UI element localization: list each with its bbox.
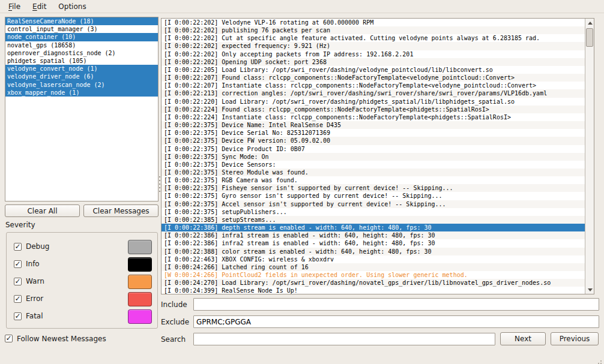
log-row[interactable]: [I 0:00:22:375] Device Serial No: 825312… [162, 129, 585, 137]
arrow-down-icon [588, 288, 593, 291]
log-row[interactable]: [I 0:00:22:202] expected frequency: 9.92… [162, 42, 585, 50]
include-label: Include [161, 300, 187, 309]
log-row[interactable]: [I 0:00:22:375] Gyro sensor isn't suppor… [162, 192, 585, 200]
log-row[interactable]: [W 0:00:24:266] PointCloud2 fields in un… [162, 271, 585, 279]
log-row[interactable]: [I 0:00:24:266] Latched ring count of 16 [162, 263, 585, 271]
node-list-item[interactable]: openrover_diagnostics_node (2) [5, 49, 158, 57]
check-icon: ✓ [14, 243, 20, 250]
log-row[interactable]: [I 0:00:22:386] infra1 stream is enabled… [162, 231, 585, 239]
scroll-up-button[interactable] [585, 19, 594, 27]
log-row[interactable]: [I 0:00:22:375] Accel sensor isn't suppo… [162, 200, 585, 208]
exclude-input[interactable] [193, 315, 599, 328]
severity-group: ✓Debug✓Info✓Warn✓Error✓Fatal [6, 232, 158, 329]
search-input[interactable] [193, 333, 495, 345]
log-scrollbar[interactable] [585, 19, 594, 294]
log-row[interactable]: [I 0:00:22:375] Stereo Module was found. [162, 169, 585, 176]
debug-checkbox[interactable]: ✓ [14, 243, 22, 251]
check-icon: ✓ [14, 260, 20, 267]
clear-messages-button[interactable]: Clear Messages [83, 204, 159, 217]
node-list-item[interactable]: xbox_mapper_node (1) [5, 89, 158, 97]
severity-row-debug: ✓Debug [7, 240, 157, 254]
check-icon: ✓ [14, 312, 20, 320]
error-checkbox[interactable]: ✓ [14, 295, 22, 303]
log-row[interactable]: [I 0:00:22:202] publishing 76 packets pe… [162, 26, 585, 34]
follow-newest-checkbox[interactable]: ✓ [5, 335, 13, 342]
node-list-item[interactable]: velodyne_driver_node (6) [5, 73, 158, 80]
log-row[interactable]: [I 0:00:22:202] Only accepting packets f… [162, 50, 585, 58]
info-checkbox[interactable]: ✓ [14, 260, 22, 268]
node-list-item[interactable]: novatel_gps (18658) [5, 41, 158, 49]
previous-button[interactable]: Previous [551, 332, 599, 345]
menu-file[interactable]: File [2, 1, 26, 13]
severity-label: Severity [5, 221, 35, 229]
log-row[interactable]: [I 0:00:22:375] setupPublishers... [162, 208, 585, 216]
splitter-handle[interactable] [159, 176, 160, 178]
severity-row-error: ✓Error [7, 292, 157, 306]
info-color-swatch[interactable] [128, 257, 152, 272]
log-row[interactable]: [I 0:00:22:202] Velodyne VLP-16 rotating… [162, 19, 585, 26]
log-row[interactable]: [I 0:00:22:213] correction angles: /opt/… [162, 89, 585, 97]
fatal-label: Fatal [26, 312, 43, 320]
log-row[interactable]: [I 0:00:22:224] Found class: rclcpp_comp… [162, 106, 585, 113]
node-list-item[interactable]: node_container (10) [5, 33, 158, 41]
log-row[interactable]: [I 0:00:24:270] Load Library: /opt/swri_… [162, 279, 585, 287]
check-icon: ✓ [14, 278, 20, 285]
log-row[interactable]: [I 0:00:22:388] color stream is enabled … [162, 248, 585, 255]
debug-label: Debug [26, 242, 49, 251]
menu-edit[interactable]: Edit [26, 1, 52, 13]
log-row[interactable]: [I 0:00:22:375] Sync Mode: On [162, 153, 585, 161]
follow-newest-label: Follow Newest Messages [17, 335, 106, 343]
log-row[interactable]: [I 0:00:22:386] depth stream is enabled … [162, 224, 585, 231]
log-row[interactable]: [I 0:00:22:375] Device FW version: 05.09… [162, 137, 585, 145]
log-row[interactable]: [I 0:00:22:207] Found class: rclcpp_comp… [162, 74, 585, 82]
severity-row-fatal: ✓Fatal [7, 309, 157, 324]
log-row[interactable]: [I 0:00:22:375] Fisheye sensor isn't sup… [162, 184, 585, 192]
log-row[interactable]: [I 0:00:22:375] RGB Camera was found. [162, 176, 585, 184]
log-row[interactable]: [I 0:00:22:220] Load Library: /opt/swri_… [162, 98, 585, 106]
log-row[interactable]: [I 0:00:22:385] setupStreams... [162, 216, 585, 224]
severity-row-info: ✓Info [7, 257, 157, 272]
debug-color-swatch[interactable] [128, 240, 152, 254]
node-list[interactable]: RealSenseCameraNode (18)control_input_ma… [5, 17, 159, 201]
node-list-item[interactable]: phidgets_spatial (105) [5, 57, 158, 65]
log-row[interactable]: [I 0:00:24:399] RealSense Node Is Up! [162, 287, 585, 294]
warn-checkbox[interactable]: ✓ [14, 278, 22, 285]
fatal-color-swatch[interactable] [128, 309, 152, 324]
log-row[interactable]: [I 0:00:22:202] Opening UDP socket: port… [162, 58, 585, 66]
log-row[interactable]: [I 0:00:22:207] Instantiate class: rclcp… [162, 82, 585, 89]
menu-options[interactable]: Options [52, 1, 92, 13]
fatal-checkbox[interactable]: ✓ [14, 312, 22, 320]
next-button[interactable]: Next [500, 332, 546, 345]
exclude-label: Exclude [161, 318, 189, 326]
node-list-item[interactable]: control_input_manager (3) [5, 25, 158, 33]
log-row[interactable]: [I 0:00:22:463] XBOX CONFIG: wireless & … [162, 255, 585, 263]
scroll-down-button[interactable] [585, 285, 594, 294]
log-row[interactable]: [I 0:00:22:386] infra2 stream is enabled… [162, 239, 585, 247]
resize-grip[interactable] [600, 360, 602, 362]
error-label: Error [26, 294, 43, 303]
menubar: FileEditOptions [0, 0, 604, 13]
log-row[interactable]: [I 0:00:22:205] Load Library: /opt/swri_… [162, 66, 585, 74]
info-label: Info [26, 260, 40, 268]
check-icon: ✓ [5, 335, 11, 342]
severity-row-warn: ✓Warn [7, 275, 157, 289]
log-row[interactable]: [I 0:00:22:224] Instantiate class: rclcp… [162, 113, 585, 121]
log-message-list[interactable]: [I 0:00:22:202] Velodyne VLP-16 rotating… [161, 18, 594, 294]
check-icon: ✓ [14, 295, 20, 302]
log-row[interactable]: [I 0:00:22:375] Device Name: Intel RealS… [162, 121, 585, 129]
log-row[interactable]: [I 0:00:22:375] Device Product ID: 0B07 [162, 145, 585, 153]
error-color-swatch[interactable] [128, 292, 152, 306]
log-row[interactable]: [I 0:00:22:202] Cut at specific angle fe… [162, 34, 585, 42]
clear-all-button[interactable]: Clear All [5, 204, 80, 217]
search-label: Search [161, 335, 186, 344]
arrow-up-icon [588, 22, 593, 25]
include-input[interactable] [193, 298, 599, 311]
scrollbar-thumb[interactable] [586, 28, 593, 47]
log-row[interactable]: [I 0:00:22:375] Device Sensors: [162, 161, 585, 169]
warn-label: Warn [26, 277, 44, 285]
node-list-item[interactable]: RealSenseCameraNode (18) [5, 17, 158, 25]
node-list-item[interactable]: velodyne_laserscan_node (2) [5, 81, 158, 89]
warn-color-swatch[interactable] [128, 275, 152, 289]
node-list-item[interactable]: velodyne_convert_node (1) [5, 65, 158, 73]
